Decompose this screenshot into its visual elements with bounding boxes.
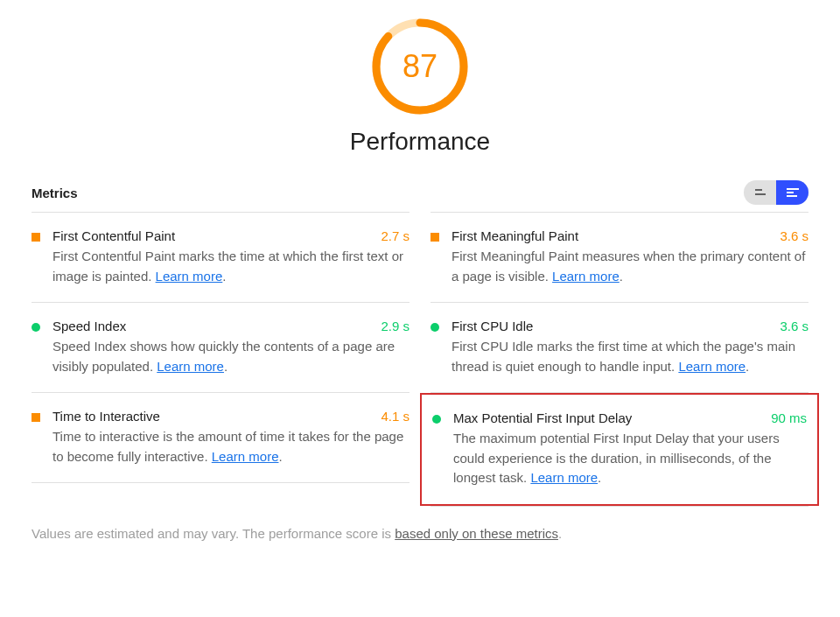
learn-more-link[interactable]: Learn more: [552, 269, 620, 284]
view-toggle[interactable]: [744, 180, 808, 205]
metric-row: First Meaningful Paint3.6 sFirst Meaning…: [430, 213, 808, 302]
metrics-heading: Metrics: [32, 186, 78, 200]
metric-value: 3.6 s: [780, 228, 808, 243]
metric-description: The maximum potential First Input Delay …: [453, 429, 807, 488]
metric-row: Max Potential First Input Delay90 msThe …: [432, 395, 807, 504]
metric-value: 3.6 s: [780, 319, 808, 333]
metric-value: 2.9 s: [381, 319, 410, 333]
learn-more-link[interactable]: Learn more: [157, 359, 224, 374]
metric-name: Speed Index: [52, 319, 126, 333]
metric-value: 90 ms: [771, 410, 807, 425]
metric-row: First CPU Idle3.6 sFirst CPU Idle marks …: [430, 303, 808, 392]
footer-text-end: .: [558, 526, 562, 541]
status-circle-icon: [432, 415, 441, 424]
learn-more-link[interactable]: Learn more: [212, 449, 279, 464]
metric-row: Speed Index2.9 sSpeed Index shows how qu…: [32, 303, 410, 392]
metric-row: First Contentful Paint2.7 sFirst Content…: [32, 213, 410, 302]
view-toggle-compact[interactable]: [744, 180, 776, 205]
performance-gauge: 87: [371, 18, 469, 116]
metric-description: First CPU Idle marks the first time at w…: [452, 337, 808, 376]
learn-more-link[interactable]: Learn more: [156, 269, 223, 284]
metric-value: 2.7 s: [381, 228, 410, 243]
learn-more-link[interactable]: Learn more: [530, 470, 598, 485]
metric-value: 4.1 s: [381, 409, 410, 424]
metric-name: First Meaningful Paint: [452, 228, 578, 243]
status-circle-icon: [430, 323, 439, 332]
category-title: Performance: [32, 128, 808, 156]
status-square-icon: [32, 413, 40, 422]
metric-name: Time to Interactive: [52, 409, 160, 424]
status-square-icon: [430, 233, 439, 242]
metric-description: Speed Index shows how quickly the conten…: [52, 337, 410, 376]
view-toggle-expanded[interactable]: [776, 180, 808, 205]
metric-description: First Contentful Paint marks the time at…: [52, 247, 410, 286]
status-circle-icon: [32, 323, 40, 332]
metric-description: First Meaningful Paint measures when the…: [452, 247, 808, 286]
expanded-icon: [786, 187, 800, 198]
metric-name: First CPU Idle: [452, 319, 533, 333]
compact-icon: [753, 188, 767, 197]
metric-name: Max Potential First Input Delay: [453, 410, 632, 425]
performance-score: 87: [371, 18, 469, 116]
learn-more-link[interactable]: Learn more: [678, 359, 746, 374]
footer-link[interactable]: based only on these metrics: [395, 526, 558, 541]
footer-note: Values are estimated and may vary. The p…: [32, 526, 808, 541]
metric-row: Time to Interactive4.1 sTime to interact…: [32, 393, 410, 482]
status-square-icon: [32, 233, 40, 242]
metric-description: Time to interactive is the amount of tim…: [52, 427, 410, 466]
metric-name: First Contentful Paint: [52, 228, 175, 243]
footer-text: Values are estimated and may vary. The p…: [32, 526, 395, 541]
